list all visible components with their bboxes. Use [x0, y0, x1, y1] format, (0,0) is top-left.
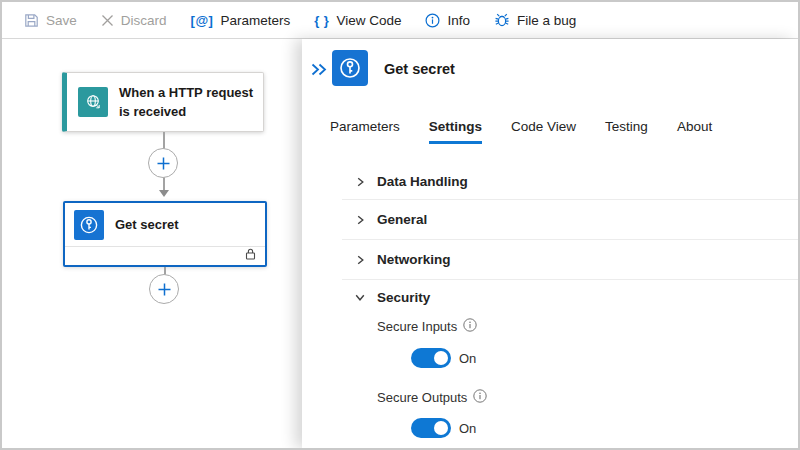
save-icon [24, 13, 39, 28]
command-bar: Save Discard [@] Parameters { } View Cod… [2, 2, 798, 39]
info-icon[interactable] [463, 318, 477, 335]
info-icon [425, 13, 440, 28]
view-code-label: View Code [336, 13, 401, 28]
trigger-card-http-request[interactable]: When a HTTP request is received [62, 72, 264, 132]
parameters-button[interactable]: [@] Parameters [179, 2, 303, 38]
section-label: Networking [377, 252, 451, 267]
double-chevron-right-icon [310, 62, 328, 77]
key-vault-icon [74, 210, 104, 240]
action-title: Get secret [115, 215, 187, 235]
section-label: General [377, 212, 427, 227]
secure-inputs-toggle[interactable] [411, 348, 451, 368]
section-label: Data Handling [377, 174, 468, 189]
discard-label: Discard [121, 13, 167, 28]
parameters-label: Parameters [220, 13, 290, 28]
insert-step-button-2[interactable] [149, 274, 179, 304]
section-security[interactable]: Security [342, 280, 798, 314]
parameters-icon: [@] [191, 13, 214, 28]
connector-arrow [159, 190, 169, 197]
view-code-button[interactable]: { } View Code [302, 2, 413, 38]
section-data-handling[interactable]: Data Handling [342, 164, 798, 200]
insert-step-button-1[interactable] [148, 148, 178, 178]
plus-icon [157, 282, 172, 297]
operation-details-panel: Get secret Parameters Settings Code View… [302, 39, 798, 448]
action-card-get-secret[interactable]: Get secret [63, 201, 267, 267]
settings-sections: Data Handling General Networking [342, 164, 798, 314]
tab-testing[interactable]: Testing [605, 119, 648, 144]
chevron-right-icon [354, 176, 366, 188]
tab-about[interactable]: About [677, 119, 712, 144]
save-button[interactable]: Save [12, 2, 89, 38]
secure-outputs-label: Secure Outputs [377, 390, 467, 405]
chevron-down-icon [354, 291, 366, 303]
http-request-icon [78, 87, 108, 117]
info-button[interactable]: Info [413, 2, 482, 38]
trigger-title: When a HTTP request is received [119, 83, 263, 122]
discard-icon [101, 14, 114, 27]
lock-icon [244, 247, 257, 265]
collapse-panel-button[interactable] [308, 60, 330, 78]
discard-button[interactable]: Discard [89, 2, 179, 38]
panel-title: Get secret [384, 61, 455, 77]
tab-code-view[interactable]: Code View [511, 119, 576, 144]
secure-outputs-field: Secure Outputs [377, 389, 487, 406]
workflow-canvas[interactable]: When a HTTP request is received [2, 39, 302, 448]
save-label: Save [46, 13, 77, 28]
info-label: Info [447, 13, 470, 28]
secure-outputs-state: On [459, 421, 476, 436]
chevron-right-icon [354, 254, 366, 266]
chevron-right-icon [354, 214, 366, 226]
secure-inputs-field: Secure Inputs [377, 318, 477, 335]
bug-icon [494, 12, 510, 28]
section-general[interactable]: General [342, 200, 798, 240]
view-code-icon: { } [314, 13, 329, 28]
logic-app-designer-window: Save Discard [@] Parameters { } View Cod… [0, 0, 800, 450]
toggle-knob [434, 421, 448, 435]
secure-outputs-toggle[interactable] [411, 418, 451, 438]
panel-tabs: Parameters Settings Code View Testing Ab… [330, 119, 712, 144]
tab-parameters[interactable]: Parameters [330, 119, 400, 144]
key-vault-icon [332, 50, 368, 86]
section-networking[interactable]: Networking [342, 240, 798, 280]
file-a-bug-button[interactable]: File a bug [482, 2, 588, 38]
secure-inputs-label: Secure Inputs [377, 319, 457, 334]
tab-settings[interactable]: Settings [429, 119, 482, 144]
info-icon[interactable] [473, 389, 487, 406]
file-a-bug-label: File a bug [517, 13, 576, 28]
secure-inputs-state: On [459, 351, 476, 366]
section-label: Security [377, 290, 430, 305]
plus-icon [156, 156, 171, 171]
toggle-knob [434, 351, 448, 365]
